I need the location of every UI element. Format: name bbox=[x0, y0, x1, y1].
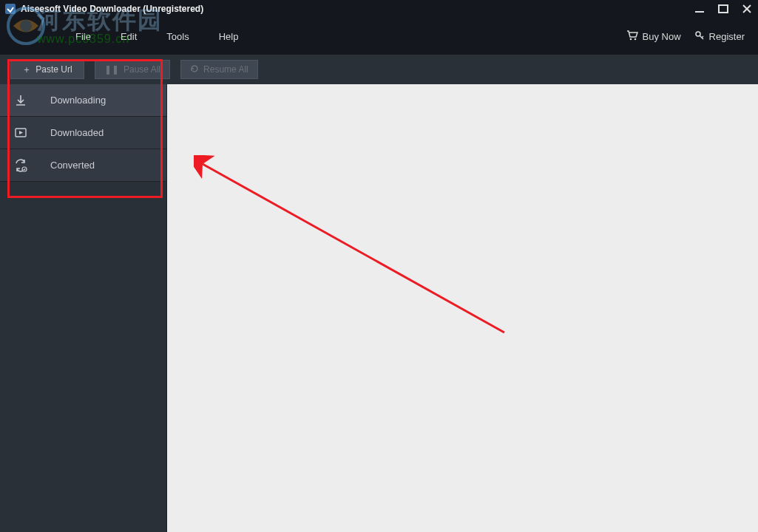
pause-all-button[interactable]: ❚❚ Pause All bbox=[95, 60, 170, 79]
svg-point-9 bbox=[634, 38, 636, 40]
resume-all-button[interactable]: Resume All bbox=[180, 60, 258, 79]
buy-now-label: Buy Now bbox=[643, 31, 681, 42]
svg-point-8 bbox=[629, 38, 632, 40]
sidebar-converted-label: Converted bbox=[50, 160, 95, 171]
plus-icon: ＋ bbox=[22, 64, 31, 76]
refresh-icon bbox=[190, 64, 199, 75]
resume-all-label: Resume All bbox=[203, 64, 248, 75]
toolbar: ＋ Paste Url ❚❚ Pause All Resume All bbox=[0, 55, 758, 84]
maximize-button[interactable] bbox=[717, 2, 730, 16]
menu-help[interactable]: Help bbox=[204, 27, 254, 47]
menubar: File Edit Tools Help Buy Now Register bbox=[0, 18, 758, 55]
content-area bbox=[167, 84, 758, 532]
window-title: Aiseesoft Video Downloader (Unregistered… bbox=[21, 4, 203, 14]
svg-line-12 bbox=[702, 36, 703, 38]
svg-point-1 bbox=[20, 20, 32, 32]
menu-edit[interactable]: Edit bbox=[106, 27, 152, 47]
paste-url-button[interactable]: ＋ Paste Url bbox=[10, 60, 84, 79]
minimize-button[interactable] bbox=[693, 2, 706, 16]
close-button[interactable] bbox=[740, 2, 754, 16]
menu-tools[interactable]: Tools bbox=[152, 27, 203, 47]
sidebar-item-downloading[interactable]: Downloading bbox=[0, 84, 166, 117]
cart-icon bbox=[626, 30, 638, 43]
register-label: Register bbox=[709, 31, 745, 42]
sidebar-downloading-label: Downloading bbox=[50, 95, 106, 106]
convert-icon bbox=[12, 159, 30, 172]
paste-url-label: Paste Url bbox=[35, 64, 72, 75]
pause-icon: ❚❚ bbox=[104, 64, 119, 75]
sidebar-item-converted[interactable]: Converted bbox=[0, 149, 166, 182]
watermark-logo-icon bbox=[6, 6, 46, 46]
download-icon bbox=[12, 94, 30, 107]
sidebar-item-downloaded[interactable]: Downloaded bbox=[0, 117, 166, 149]
pause-all-label: Pause All bbox=[123, 64, 160, 75]
body-area: Downloading Downloaded Converted bbox=[0, 84, 758, 532]
buy-now-button[interactable]: Buy Now bbox=[626, 30, 681, 43]
svg-rect-5 bbox=[719, 5, 728, 13]
key-icon bbox=[694, 30, 705, 43]
video-file-icon bbox=[12, 126, 30, 140]
titlebar: Aiseesoft Video Downloader (Unregistered… bbox=[0, 0, 758, 18]
sidebar-downloaded-label: Downloaded bbox=[50, 127, 104, 138]
menu-file[interactable]: File bbox=[61, 27, 106, 47]
register-button[interactable]: Register bbox=[694, 30, 745, 43]
sidebar: Downloading Downloaded Converted bbox=[0, 84, 167, 532]
